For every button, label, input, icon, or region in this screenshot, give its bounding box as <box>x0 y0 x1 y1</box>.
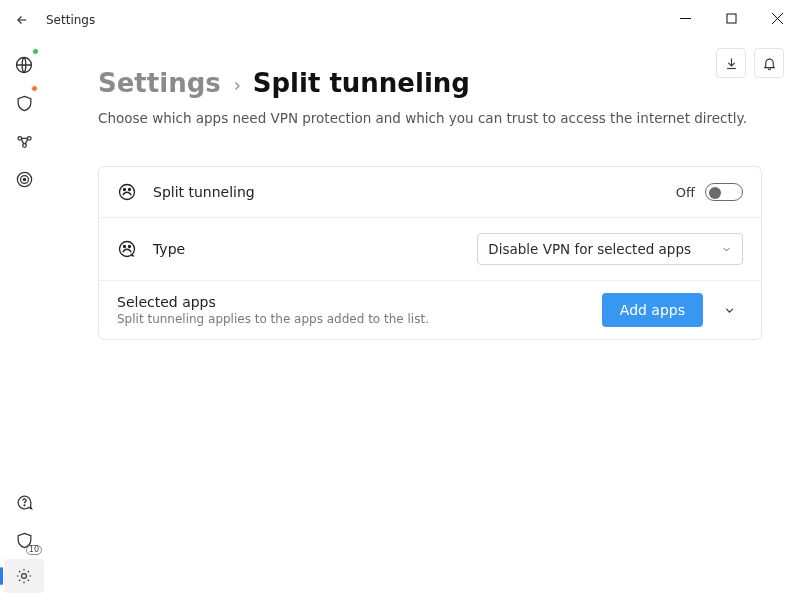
sidebar-item-target[interactable] <box>0 160 48 198</box>
download-button[interactable] <box>716 48 746 78</box>
split-tunneling-icon <box>117 182 137 202</box>
type-select[interactable]: Disable VPN for selected apps <box>477 233 743 265</box>
sidebar-item-chain[interactable] <box>0 122 48 160</box>
status-dot-green-icon <box>32 48 39 55</box>
sidebar: 10 <box>0 40 48 593</box>
chevron-down-icon <box>721 244 732 255</box>
svg-point-12 <box>22 574 27 579</box>
sidebar-item-shield[interactable] <box>0 84 48 122</box>
row-split-tunneling: Split tunneling Off <box>99 167 761 217</box>
shield-count-badge: 10 <box>26 545 42 555</box>
svg-rect-1 <box>727 14 736 23</box>
sidebar-item-help[interactable] <box>0 483 48 521</box>
chevron-down-icon <box>723 304 736 317</box>
breadcrumb-current: Split tunneling <box>253 68 470 98</box>
svg-point-15 <box>129 189 131 191</box>
settings-card: Split tunneling Off Type Disable VPN for… <box>98 166 762 340</box>
back-button[interactable] <box>8 6 36 34</box>
bell-icon <box>762 56 777 71</box>
page-subtitle: Choose which apps need VPN protection an… <box>98 110 762 126</box>
sidebar-item-shield-count[interactable]: 10 <box>0 521 48 559</box>
row-type: Type Disable VPN for selected apps <box>99 217 761 280</box>
status-dot-orange-icon <box>31 85 38 92</box>
toggle-state-text: Off <box>676 185 695 200</box>
row-selected-apps: Selected apps Split tunneling applies to… <box>99 280 761 339</box>
expand-selected-apps[interactable] <box>715 296 743 324</box>
svg-point-17 <box>124 246 126 248</box>
target-icon <box>15 170 34 189</box>
breadcrumb: Settings Split tunneling <box>98 68 762 98</box>
svg-point-7 <box>22 143 26 147</box>
maximize-icon <box>726 13 737 24</box>
main-content: Settings Split tunneling Choose which ap… <box>48 40 800 593</box>
chat-help-icon <box>15 493 34 512</box>
svg-point-10 <box>23 178 25 180</box>
close-button[interactable] <box>754 0 800 36</box>
sidebar-item-globe[interactable] <box>0 46 48 84</box>
chevron-right-icon <box>231 75 243 96</box>
titlebar-app-name: Settings <box>46 13 95 27</box>
sidebar-item-settings[interactable] <box>4 559 44 593</box>
globe-icon <box>14 55 34 75</box>
minimize-button[interactable] <box>662 0 708 36</box>
shield-icon <box>15 94 34 113</box>
arrow-left-icon <box>15 13 29 27</box>
type-icon <box>117 239 137 259</box>
add-apps-button[interactable]: Add apps <box>602 293 703 327</box>
notifications-button[interactable] <box>754 48 784 78</box>
window-controls <box>662 0 800 36</box>
chain-icon <box>15 132 34 151</box>
svg-point-18 <box>129 246 131 248</box>
type-select-value: Disable VPN for selected apps <box>488 241 691 257</box>
gear-icon <box>15 567 33 585</box>
minimize-icon <box>680 13 691 24</box>
type-label: Type <box>153 241 185 257</box>
split-tunneling-toggle[interactable] <box>705 183 743 201</box>
maximize-button[interactable] <box>708 0 754 36</box>
split-tunneling-label: Split tunneling <box>153 184 255 200</box>
breadcrumb-root[interactable]: Settings <box>98 68 221 98</box>
header-actions <box>716 48 784 78</box>
selected-apps-title: Selected apps <box>117 294 602 310</box>
svg-point-11 <box>24 504 25 505</box>
close-icon <box>772 13 783 24</box>
download-icon <box>724 56 739 71</box>
selected-apps-subtitle: Split tunneling applies to the apps adde… <box>117 312 602 326</box>
svg-point-14 <box>124 189 126 191</box>
